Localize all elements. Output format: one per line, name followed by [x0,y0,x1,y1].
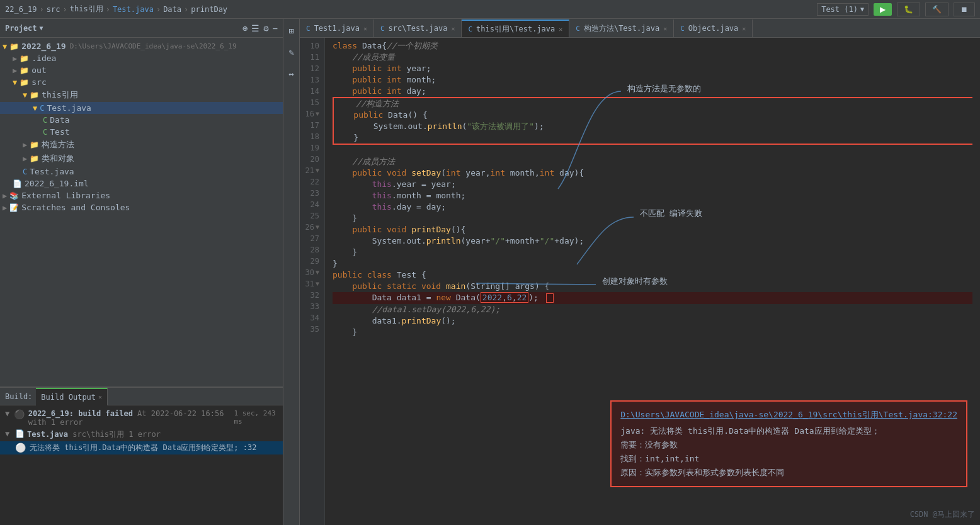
tab1-icon: C [306,25,311,33]
run-button[interactable]: ▶ [874,3,892,16]
tab1-label: Test1.java [314,24,360,33]
code-line-33: //data1.setDay(2022,6,22); [333,304,972,315]
tab5-close[interactable]: ✕ [742,25,746,32]
tree-src-testjava-label: Test.java [30,167,74,176]
tree-ext-libs-label: External Libraries [21,191,110,200]
build-error-icon: ⚫ [14,409,25,419]
annotation-has-params: 创建对象时有参数 [602,276,668,287]
tree-src[interactable]: ▼ 📁 src [0,76,283,88]
build-error-expand[interactable]: ▼ [5,409,11,418]
breadcrumb-part-3[interactable]: this引用 [70,4,103,14]
build-file-icon: 📄 [15,429,25,438]
folder-classobj-icon: ▶ [23,154,27,163]
sidebar-settings-icon[interactable]: ⚙ [263,23,268,33]
build-item-error-icon: ⚪ [15,443,26,453]
tree-classobj[interactable]: ▶ 📁 类和对象 [0,152,283,166]
tab3-close[interactable]: ✕ [559,26,562,33]
class-icon-data: C [43,116,47,125]
tree-out[interactable]: ▶ 📁 out [0,64,283,76]
folder-icon-this: 📁 [30,91,39,99]
java-icon-test: C [40,104,44,113]
build-button[interactable]: 🔨 [925,3,949,16]
tree-root[interactable]: ▼ 📁 2022_6_19 D:\Users\JAVACODE_idea\jav… [0,40,283,52]
folder-icon-out: 📁 [20,66,29,75]
left-icon-3[interactable]: ↔ [285,67,299,81]
breadcrumb-part-6[interactable]: printDay [191,5,227,14]
tab-constructor-testjava[interactable]: C 构造方法\Test.java ✕ [569,20,674,37]
folder-expand-icon: ▼ [3,42,7,51]
tree-constructor[interactable]: ▶ 📁 构造方法 [0,138,283,152]
tree-data-label: Data [50,115,69,125]
tree-iml-label: 2022_6_19.iml [25,179,89,188]
folder-this-expand-icon: ▼ [23,91,27,99]
sidebar-toggle-icon[interactable]: ⊞ [285,24,299,38]
error-line3: 找到：int,int,int [620,452,957,466]
tree-this[interactable]: ▼ 📁 this引用 [0,88,283,102]
run-config[interactable]: Test (1) ▼ [817,3,869,16]
tab3-label: this引用\Test.java [476,24,555,35]
tab-test1java[interactable]: C Test1.java ✕ [300,20,374,37]
tree-test-class[interactable]: C Test [0,126,283,138]
tree-testjava[interactable]: ▼ C Test.java [0,102,283,114]
tree-idea[interactable]: ▶ 📁 .idea [0,52,283,64]
build-label: Build: [5,392,32,401]
dropdown-icon[interactable]: ▼ [860,6,864,13]
iml-icon: 📄 [13,179,22,188]
tree-test-label: Test [50,127,69,137]
tab-this-testjava[interactable]: C this引用\Test.java ✕ [462,20,569,37]
build-file-expand[interactable]: ▼ [5,429,13,438]
tree-constructor-label: 构造方法 [42,139,74,150]
tree-iml[interactable]: 📄 2022_6_19.iml [0,178,283,189]
tab4-close[interactable]: ✕ [663,25,667,32]
tree-root-label: 2022_6_19 [21,42,66,51]
tab-srctestjava[interactable]: C src\Test.java ✕ [374,20,462,37]
run-config-label: Test (1) [821,5,858,14]
debug-button[interactable]: 🐛 [897,3,920,16]
breadcrumb-part-2[interactable]: src [47,5,60,14]
code-line-15: //构造方法 [333,97,972,110]
sidebar-title: Project [5,24,37,33]
build-error-item[interactable]: ⚪ 无法将类 this引用.Data中的构造器 Data应用到给定类型; :32 [0,441,283,454]
code-line-22: this.year = year; [333,179,972,190]
sidebar-close-icon[interactable]: − [273,23,278,33]
tree-ext-libs[interactable]: ▶ 📚 External Libraries [0,189,283,201]
code-line-19 [333,145,972,156]
ext-libs-icon: 📚 [9,191,19,200]
tab1-close[interactable]: ✕ [363,25,367,32]
tree-scratches[interactable]: ▶ 📝 Scratches and Consoles [0,201,283,213]
folder-out-collapse-icon: ▶ [13,66,17,75]
tree-scratches-label: Scratches and Consoles [21,203,130,212]
build-error-main[interactable]: ▼ ⚫ 2022_6_19: build failed At 2022-06-2… [0,408,283,428]
tab-objectjava[interactable]: C Object.java ✕ [674,20,753,37]
folder-icon-idea: 📁 [20,54,29,63]
breadcrumb-part-5[interactable]: Data [163,5,181,14]
tree-src-testjava[interactable]: C Test.java [0,166,283,178]
class-icon-test: C [43,128,47,137]
topbar: 22_6_19 › src › this引用 › Test.java › Dat… [0,0,980,19]
sidebar-list-icon[interactable]: ☰ [251,23,259,33]
breadcrumb-part-1[interactable]: 22_6_19 [5,5,37,14]
tab4-icon: C [576,25,580,33]
breadcrumb-part-4[interactable]: Test.java [113,5,154,14]
tree-data-class[interactable]: C Data [0,114,283,126]
code-line-35: } [333,327,972,338]
sidebar-header: Project ▼ ⊕ ☰ ⚙ − [0,19,283,38]
file-tree: ▼ 📁 2022_6_19 D:\Users\JAVACODE_idea\jav… [0,38,283,387]
build-file-row[interactable]: ▼ 📄 Test.java src\this引用 1 error [0,428,283,441]
annotation-no-args: 构造方法是无参数的 [627,83,701,94]
stop-button[interactable]: ⏹ [954,3,975,16]
tree-idea-label: .idea [31,54,56,63]
error-popup: D:\Users\JAVACODE_idea\java-se\2022_6_19… [610,400,967,487]
sidebar-dropdown-icon[interactable]: ▼ [40,25,43,31]
build-output-tab-close[interactable]: ✕ [98,393,102,400]
tree-testjava-label: Test.java [47,103,91,113]
tab2-close[interactable]: ✕ [451,25,455,32]
folder-icon-classobj: 📁 [30,154,39,163]
left-icon-2[interactable]: ✎ [285,45,299,59]
sidebar-add-icon[interactable]: ⊕ [242,23,248,33]
java-icon-src-test: C [23,167,27,176]
folder-icon-constructor: 📁 [30,140,39,149]
error-file-link[interactable]: D:\Users\JAVACODE_idea\java-se\2022_6_19… [620,408,957,422]
build-output-tab[interactable]: Build Output ✕ [36,388,108,405]
watermark: CSDN @马上回来了 [910,509,975,520]
